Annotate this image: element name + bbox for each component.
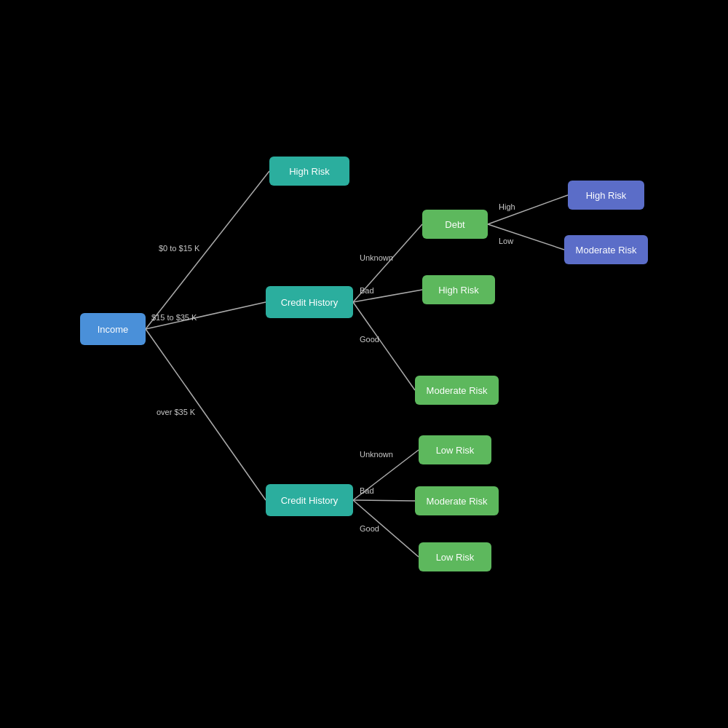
node-low_risk_top: Low Risk (419, 435, 491, 464)
edge-label-income-high_risk_top: $0 to $15 K (159, 244, 199, 253)
node-moderate_risk_right: Moderate Risk (564, 235, 648, 264)
svg-line-9 (353, 500, 415, 501)
node-debt: Debt (422, 210, 488, 239)
node-high_risk_top: High Risk (269, 157, 349, 186)
edge-label-debt-high_risk_right: High (499, 202, 515, 211)
edge-label-income-credit_history_bot: over $35 K (157, 408, 195, 416)
node-moderate_risk_mid: Moderate Risk (415, 376, 499, 405)
node-high_risk_mid: High Risk (422, 275, 495, 304)
tree-diagram (0, 0, 728, 728)
edge-label-credit_history_mid-high_risk_mid: Bad (360, 286, 374, 295)
node-credit_history_bot: Credit History (266, 484, 353, 516)
node-credit_history_mid: Credit History (266, 286, 353, 318)
edge-label-credit_history_bot-moderate_risk_bot: Bad (360, 486, 374, 495)
node-income: Income (80, 313, 146, 345)
edge-label-income-credit_history_mid: $15 to $35 K (151, 313, 197, 322)
edge-label-credit_history_bot-low_risk_bot: Good (360, 524, 379, 533)
edge-label-credit_history_bot-low_risk_top: Unknown (360, 450, 393, 459)
node-low_risk_bot: Low Risk (419, 542, 491, 571)
edge-label-credit_history_mid-debt: Unknown (360, 253, 393, 262)
node-moderate_risk_bot: Moderate Risk (415, 486, 499, 515)
svg-line-5 (353, 302, 415, 390)
node-high_risk_right: High Risk (568, 181, 644, 210)
edge-label-credit_history_mid-moderate_risk_mid: Good (360, 335, 379, 344)
edge-label-debt-moderate_risk_right: Low (499, 237, 513, 245)
